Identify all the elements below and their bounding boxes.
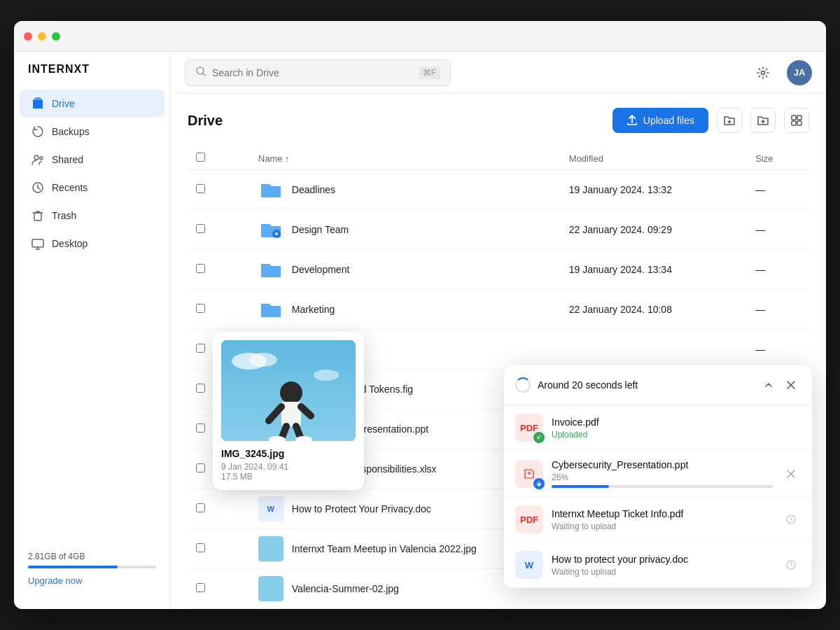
privacy-file-info: How to protect your privacy.doc Waiting … bbox=[552, 554, 773, 577]
file-modified-cell: 19 January 2024. 13:34 bbox=[561, 250, 747, 290]
folder-icon bbox=[258, 257, 284, 282]
file-size-cell: — bbox=[747, 210, 809, 250]
search-icon bbox=[195, 66, 206, 80]
folder-icon bbox=[258, 177, 284, 202]
upload-spinner bbox=[515, 377, 531, 393]
file-name-label: Design Team bbox=[292, 224, 349, 235]
sidebar: INTERNXT Drive Backups bbox=[14, 52, 171, 609]
select-all-checkbox[interactable] bbox=[196, 153, 205, 162]
cancel-presentation-button[interactable] bbox=[781, 464, 801, 484]
svg-point-15 bbox=[314, 370, 339, 381]
sidebar-item-trash[interactable]: Trash bbox=[20, 202, 164, 230]
page-title: Drive bbox=[188, 113, 604, 129]
presentation-file-icon bbox=[515, 460, 543, 488]
file-name-cell[interactable]: Marketing bbox=[250, 290, 561, 330]
row-checkbox[interactable] bbox=[196, 264, 205, 273]
sidebar-backups-label: Backups bbox=[52, 126, 90, 137]
folder-icon bbox=[258, 297, 284, 322]
file-name-cell[interactable]: Development bbox=[250, 250, 561, 290]
maximize-button[interactable] bbox=[52, 32, 60, 41]
file-modified-cell bbox=[561, 330, 747, 370]
file-modified-cell: 22 January 2024. 10:08 bbox=[561, 290, 747, 330]
svg-point-1 bbox=[40, 157, 43, 160]
upgrade-link[interactable]: Upgrade now bbox=[28, 575, 82, 586]
file-name-cell[interactable]: Design Team bbox=[250, 210, 561, 250]
row-checkbox[interactable] bbox=[196, 503, 205, 512]
svg-rect-7 bbox=[792, 115, 796, 120]
select-all-header bbox=[188, 147, 250, 170]
create-folder-button[interactable] bbox=[717, 108, 742, 133]
file-size-cell: — bbox=[747, 250, 809, 290]
privacy-filename: How to protect your privacy.doc bbox=[552, 554, 773, 565]
invoice-status: Uploaded bbox=[552, 430, 801, 440]
collapse-panel-button[interactable] bbox=[759, 375, 778, 395]
storage-text: 2.81GB of 4GB bbox=[28, 552, 156, 561]
minimize-button[interactable] bbox=[38, 32, 46, 41]
row-checkbox-cell bbox=[188, 569, 250, 609]
shared-icon bbox=[31, 153, 45, 167]
row-checkbox[interactable] bbox=[196, 543, 205, 552]
close-button[interactable] bbox=[24, 32, 32, 41]
file-name-label: Marketing bbox=[292, 304, 335, 315]
svg-rect-9 bbox=[792, 121, 796, 125]
row-checkbox-cell bbox=[188, 250, 250, 290]
sidebar-recents-label: Recents bbox=[52, 182, 88, 193]
svg-point-16 bbox=[280, 382, 302, 404]
sidebar-item-shared[interactable]: Shared bbox=[20, 146, 164, 174]
sidebar-item-desktop[interactable]: Desktop bbox=[20, 230, 164, 258]
presentation-status: 26% bbox=[552, 472, 773, 482]
invoice-filename: Invoice.pdf bbox=[552, 416, 801, 428]
file-name-cell[interactable]: Deadlines bbox=[250, 170, 561, 210]
app-header: ⌘F JA bbox=[171, 52, 826, 94]
grid-view-button[interactable] bbox=[784, 108, 809, 133]
sidebar-item-drive[interactable]: Drive bbox=[20, 90, 164, 118]
row-checkbox[interactable] bbox=[196, 463, 205, 472]
modified-column-header: Modified bbox=[561, 147, 747, 170]
ticket-file-icon: PDF bbox=[515, 505, 543, 533]
row-checkbox[interactable] bbox=[196, 304, 205, 313]
desktop-icon bbox=[31, 237, 45, 251]
row-checkbox[interactable] bbox=[196, 424, 205, 433]
row-checkbox[interactable] bbox=[196, 224, 205, 233]
sidebar-shared-label: Shared bbox=[52, 154, 83, 165]
row-checkbox[interactable] bbox=[196, 583, 205, 592]
sidebar-desktop-label: Desktop bbox=[52, 238, 88, 249]
table-row: Deadlines 19 January 2024. 13:32 — bbox=[188, 170, 809, 210]
search-input[interactable] bbox=[212, 67, 413, 78]
svg-point-6 bbox=[762, 71, 765, 74]
sidebar-item-recents[interactable]: Recents bbox=[20, 174, 164, 202]
upload-check-icon: ✓ bbox=[533, 432, 545, 443]
file-name-label: Valencia-Summer-02.jpg bbox=[292, 583, 399, 594]
search-box[interactable]: ⌘F bbox=[185, 59, 451, 86]
avatar[interactable]: JA bbox=[787, 60, 812, 85]
name-column-header[interactable]: Name ↑ bbox=[250, 147, 561, 170]
upload-files-button[interactable]: Upload files bbox=[612, 108, 708, 133]
svg-rect-3 bbox=[34, 213, 41, 220]
svg-rect-8 bbox=[797, 115, 802, 120]
row-checkbox[interactable] bbox=[196, 184, 205, 193]
preview-date: 9 Jan 2024, 09:41 bbox=[221, 462, 356, 472]
ticket-waiting-icon bbox=[781, 510, 801, 529]
upload-panel-actions bbox=[759, 375, 801, 395]
upload-item-invoice: PDF ✓ Invoice.pdf Uploaded bbox=[504, 405, 812, 451]
row-checkbox[interactable] bbox=[196, 384, 205, 393]
doc-icon: W bbox=[258, 496, 284, 522]
table-row: Marketing 22 January 2024. 10:08 — bbox=[188, 290, 809, 330]
file-size-cell: — bbox=[747, 290, 809, 330]
titlebar bbox=[14, 21, 826, 52]
file-name-label: How to Protect Your Privacy.doc bbox=[292, 503, 431, 514]
recents-icon bbox=[31, 181, 45, 195]
search-shortcut: ⌘F bbox=[419, 66, 440, 79]
upload-folder-button[interactable] bbox=[750, 108, 776, 133]
sidebar-item-backups[interactable]: Backups bbox=[20, 118, 164, 146]
svg-point-0 bbox=[34, 155, 38, 160]
close-panel-button[interactable] bbox=[781, 375, 801, 395]
row-checkbox[interactable] bbox=[196, 344, 205, 353]
settings-button[interactable] bbox=[750, 60, 776, 85]
upload-files-label: Upload files bbox=[643, 115, 694, 126]
table-row: Design Team 22 January 2024. 09:29 — bbox=[188, 210, 809, 250]
storage-bar bbox=[28, 566, 156, 568]
upload-panel: Around 20 seconds left PDF ✓ Invoice.pdf… bbox=[504, 365, 812, 588]
upload-panel-header: Around 20 seconds left bbox=[504, 365, 812, 405]
ticket-status: Waiting to upload bbox=[552, 522, 773, 531]
